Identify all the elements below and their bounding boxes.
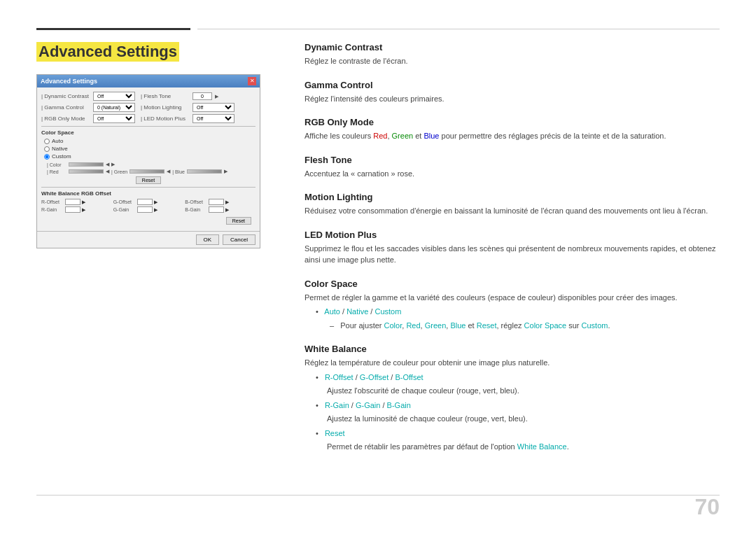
wb-reset-button[interactable]: Reset [226,217,251,225]
dialog-titlebar: Advanced Settings ✕ [37,75,260,87]
led-motion-plus-select[interactable]: Off [192,114,234,123]
wb-b-offset-cell: B-Offset 25 ▶ [185,199,255,205]
white-balance-title: White Balance [304,344,720,354]
section-gamma-control: Gamma Control Réglez l'intensité des cou… [304,80,720,105]
wb-b-gain-input[interactable]: 35 [209,206,224,213]
radio-native[interactable] [44,146,50,152]
cs-sep1: / [340,307,346,316]
radio-custom[interactable] [44,154,50,160]
wb-b-gain-link: B-Gain [387,401,411,409]
section-title: Advanced Settings [36,42,179,62]
wb-g-offset-input[interactable]: 25 [137,199,153,205]
wb-g-offset-arrow[interactable]: ▶ [154,199,158,205]
wb-g-gain-link: G-Gain [356,401,380,409]
red-arrow-left[interactable]: ◀ [106,169,109,174]
wb-g-gain-arrow[interactable]: ▶ [154,207,158,213]
led-motion-plus-title: LED Motion Plus [304,230,720,240]
wb-r-gain-input[interactable]: 25 [65,206,80,213]
radio-custom-row: Custom [44,153,255,160]
color-arrow-right[interactable]: ▶ [111,162,115,167]
dialog-body: | Dynamic Contrast Off | Flesh Tone ▶ | … [37,87,260,231]
gamma-control-select[interactable]: 0 (Natural) [93,103,135,112]
divider-1 [41,126,255,127]
sub1-mid2: , réglez [496,321,524,330]
wb-reset-desc: Permet de rétablir les paramètres par dé… [327,441,720,453]
section-led-motion-plus: LED Motion Plus Supprimez le flou et les… [304,230,720,266]
wb-b-offset-arrow[interactable]: ▶ [225,199,229,205]
flesh-tone-title: Flesh Tone [304,155,720,165]
wb-reset-wb-link: White Balance [517,442,567,451]
dynamic-contrast-select[interactable]: Off [93,92,135,101]
rgb-only-mode-text: Affiche les couleurs Red, Green et Blue … [304,130,720,142]
radio-native-label: Native [52,146,68,152]
bottom-line [36,495,720,496]
cs-auto-link: Auto [324,307,340,316]
dialog-close-button[interactable]: ✕ [248,77,256,85]
wb-g-gain-input[interactable]: 25 [137,206,153,213]
wb-b-gain-arrow[interactable]: ▶ [225,207,229,213]
dynamic-contrast-title: Dynamic Contrast [304,42,720,52]
rgb-only-mode-label: | RGB Only Mode [41,115,90,122]
dialog-row-2: | Gamma Control 0 (Natural) | Motion Lig… [41,103,255,112]
section-color-space: Color Space Permet de régler la gamme et… [304,279,720,332]
radio-auto[interactable] [44,139,50,144]
wb-offset-grid: R-Offset 25 ▶ G-Offset 25 ▶ B-Offset 25 … [41,199,255,213]
section-motion-lighting: Motion Lighting Réduisez votre consommat… [304,192,720,217]
wb-reset-pre: Permet de rétablir les paramètres par dé… [327,442,517,451]
ok-button[interactable]: OK [196,234,220,245]
wb-gain-sep2: / [380,401,386,409]
rgb-green-link: Green [392,132,414,140]
wb-b-offset-input[interactable]: 25 [209,199,224,205]
wb-r-gain-arrow[interactable]: ▶ [82,207,85,213]
blue-slider[interactable] [187,169,222,174]
motion-lighting-text: Réduisez votre consommation d'énergie en… [304,205,720,217]
flesh-tone-arrow[interactable]: ▶ [215,94,218,99]
cs-native-link: Native [346,307,368,316]
section-flesh-tone: Flesh Tone Accentuez la « carnation » ro… [304,155,720,180]
red-slider[interactable] [69,169,104,174]
rgb-only-mode-select[interactable]: Off [93,114,135,123]
gamma-control-text: Réglez l'intensité des couleurs primaire… [304,93,720,105]
color-reset-button[interactable]: Reset [136,176,161,184]
dynamic-contrast-text: Réglez le contraste de l'écran. [304,55,720,67]
color-controls: | Color ◀ ▶ | Red ◀ | Green ◀ | Blue ▶ [47,162,255,174]
sub1-reset: Reset [477,321,497,330]
dialog-row-3: | RGB Only Mode Off | LED Motion Plus Of… [41,114,255,123]
color-label: | Color [47,162,66,167]
wb-reset-link: Reset [325,429,345,437]
wb-g-offset-label: G-Offset [113,199,136,204]
green-arrow-left[interactable]: ◀ [167,169,170,174]
red-label: | Red [47,169,66,174]
sub1-on: sur [566,321,581,330]
color-space-text: Permet de régler la gamme et la variété … [304,292,720,304]
color-arrow-left[interactable]: ◀ [106,162,109,167]
left-panel: Advanced Settings Advanced Settings ✕ | … [36,42,309,248]
wb-g-gain-label: G-Gain [113,207,136,212]
wb-b-offset-label: B-Offset [185,199,207,204]
gamma-control-title: Gamma Control [304,80,720,90]
rgb-text-before: Affiche les couleurs [304,132,373,140]
green-slider[interactable] [130,169,164,174]
color-slider[interactable] [69,162,104,167]
motion-lighting-title: Motion Lighting [304,192,720,202]
gamma-control-label: | Gamma Control [41,104,90,111]
wb-sep1: / [354,373,360,381]
blue-arrow-right[interactable]: ▶ [224,169,227,174]
wb-r-offset-arrow[interactable]: ▶ [82,199,85,205]
wb-r-offset-input[interactable]: 25 [65,199,80,205]
flesh-tone-label: | Flesh Tone [141,93,190,99]
dialog-title: Advanced Settings [41,78,97,85]
section-rgb-only-mode: RGB Only Mode Affiche les couleurs Red, … [304,117,720,142]
flesh-tone-input[interactable] [192,92,212,100]
color-row-color: | Color ◀ ▶ [47,162,255,167]
radio-auto-row: Auto [44,138,255,144]
cancel-button[interactable]: Cancel [223,234,255,245]
white-balance-text: Réglez la température de couleur pour ob… [304,357,720,369]
wb-r-offset-cell: R-Offset 25 ▶ [41,199,112,205]
sub1-red: Red [406,321,420,330]
blue-label: | Blue [172,169,185,174]
motion-lighting-select[interactable]: Off [192,103,234,112]
rgb-red-link: Red [373,132,387,140]
radio-native-row: Native [44,146,255,152]
sub1-blue: Blue [450,321,465,330]
